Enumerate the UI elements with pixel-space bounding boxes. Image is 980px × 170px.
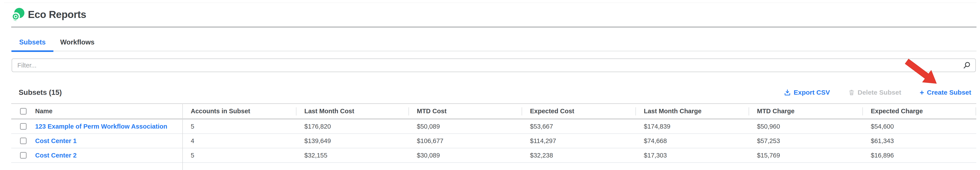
download-icon	[784, 89, 791, 96]
subsets-table: Name Accounts in Subset Last Month Cost …	[11, 103, 976, 170]
cell-mtd-cost: $30,089	[409, 148, 522, 162]
panel-top-border	[4, 3, 977, 3]
header-mtd-cost[interactable]: MTD Cost	[409, 104, 522, 118]
toolbar: Export CSV Delete Subset + Create Subset	[784, 87, 971, 98]
cell-expected-cost: $114,297	[522, 134, 635, 148]
cell-accounts-in-subset: 5	[182, 148, 296, 162]
select-all-checkbox[interactable]	[20, 108, 27, 115]
cell-last-month-charge: $174,839	[635, 120, 749, 134]
subset-name-link[interactable]: Cost Center 1	[35, 137, 77, 145]
cell-expected-cost: $32,238	[522, 148, 635, 162]
header-mtd-charge[interactable]: MTD Charge	[749, 104, 862, 118]
tab-subsets[interactable]: Subsets	[11, 33, 53, 51]
tab-bar: Subsets Workflows	[11, 33, 977, 51]
app-header: Eco Reports	[11, 6, 86, 22]
cell-last-month-cost: $32,155	[296, 148, 409, 162]
export-csv-button[interactable]: Export CSV	[784, 89, 830, 96]
tab-workflows[interactable]: Workflows	[53, 33, 101, 51]
cell-expected-cost: $53,667	[522, 120, 635, 134]
cell-last-month-charge: $74,668	[635, 134, 749, 148]
cell-mtd-charge: $50,960	[749, 120, 862, 134]
cell-accounts-in-subset: 4	[182, 134, 296, 148]
filter-bar	[12, 58, 976, 72]
filter-input[interactable]	[12, 58, 976, 72]
cell-mtd-charge: $15,769	[749, 148, 862, 162]
header-divider	[11, 27, 977, 28]
header-expected-cost[interactable]: Expected Cost	[522, 104, 635, 118]
cell-name: Cost Center 2	[11, 148, 182, 162]
active-tab-underline	[11, 50, 53, 52]
trash-icon	[848, 90, 855, 96]
cell-last-month-charge: $17,303	[635, 148, 749, 162]
table-row: 123 Example of Perm Workflow Association…	[11, 120, 976, 134]
cell-expected-charge: $16,896	[862, 148, 976, 162]
eco-reports-page: Eco Reports Subsets Workflows Subsets (1…	[0, 0, 980, 170]
plus-icon: +	[920, 89, 924, 96]
tab-bar-border	[11, 51, 977, 51]
section-row: Subsets (15) Export CSV	[11, 87, 977, 98]
cell-mtd-cost: $50,089	[409, 120, 522, 134]
table-filler-row	[11, 163, 976, 169]
delete-subset-button[interactable]: Delete Subset	[848, 89, 901, 96]
header-last-month-charge[interactable]: Last Month Charge	[635, 104, 749, 118]
subset-name-link[interactable]: 123 Example of Perm Workflow Association	[35, 123, 167, 130]
delete-subset-label: Delete Subset	[858, 89, 901, 96]
search-icon	[963, 61, 970, 69]
cell-last-month-cost: $176,820	[296, 120, 409, 134]
subset-name-link[interactable]: Cost Center 2	[35, 152, 77, 159]
cell-accounts-in-subset: 5	[182, 120, 296, 134]
section-title: Subsets (15)	[19, 88, 62, 97]
cell-expected-charge: $54,600	[862, 120, 976, 134]
eco-spiral-logo-icon	[11, 8, 25, 21]
table-header-row: Name Accounts in Subset Last Month Cost …	[11, 103, 976, 120]
create-subset-label: Create Subset	[927, 89, 971, 96]
header-last-month-cost[interactable]: Last Month Cost	[296, 104, 409, 118]
row-checkbox[interactable]	[20, 152, 27, 159]
create-subset-button[interactable]: + Create Subset	[920, 89, 971, 96]
row-checkbox[interactable]	[20, 123, 27, 130]
table-row: Cost Center 2 5 $32,155 $30,089 $32,238 …	[11, 148, 976, 163]
cell-last-month-cost: $139,649	[296, 134, 409, 148]
header-accounts-in-subset[interactable]: Accounts in Subset	[182, 104, 296, 118]
name-column-divider	[182, 103, 183, 170]
header-name-label[interactable]: Name	[35, 107, 52, 115]
cell-mtd-cost: $106,677	[409, 134, 522, 148]
export-csv-label: Export CSV	[794, 89, 830, 96]
header-expected-charge[interactable]: Expected Charge	[862, 104, 976, 118]
cell-name: Cost Center 1	[11, 134, 182, 148]
row-checkbox[interactable]	[20, 138, 27, 144]
cell-name: 123 Example of Perm Workflow Association	[11, 120, 182, 134]
table-row: Cost Center 1 4 $139,649 $106,677 $114,2…	[11, 134, 976, 148]
page-title: Eco Reports	[28, 9, 86, 20]
table-body: 123 Example of Perm Workflow Association…	[11, 120, 976, 163]
header-name: Name	[11, 104, 182, 118]
cell-expected-charge: $61,343	[862, 134, 976, 148]
cell-mtd-charge: $57,253	[749, 134, 862, 148]
